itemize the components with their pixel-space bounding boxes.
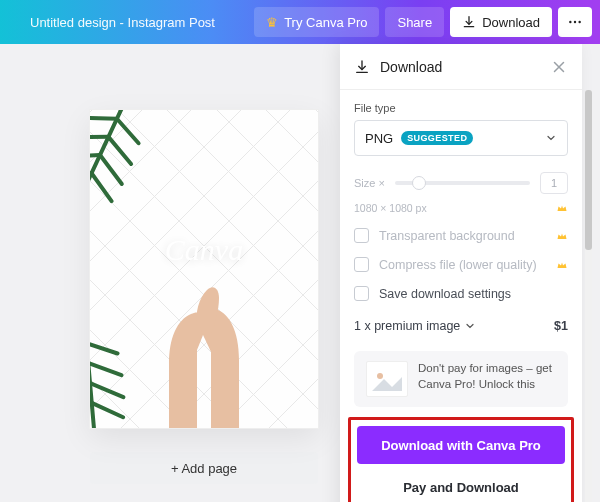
add-page-button[interactable]: + Add page [90,452,318,484]
output-dimensions: 1080 × 1080 px [354,202,427,214]
svg-line-16 [90,360,121,378]
checkbox[interactable] [354,286,369,301]
download-icon [462,15,476,29]
design-title[interactable]: Untitled design - Instagram Post [8,15,248,30]
svg-line-18 [90,380,123,400]
svg-point-0 [569,21,571,23]
size-label: Size × [354,177,385,189]
canva-watermark-script: Canva [165,233,243,267]
share-button[interactable]: Share [385,7,444,37]
download-panel: Download File type PNG SUGGESTED Size × … [340,44,594,502]
transparent-bg-label: Transparent background [379,229,515,243]
pay-and-download-button[interactable]: Pay and Download [357,474,565,500]
download-label: Download [482,15,540,30]
slider-knob[interactable] [412,176,426,190]
crown-icon [556,230,568,242]
chevron-down-icon [545,132,557,144]
premium-price: $1 [554,319,568,333]
download-with-canva-pro-button[interactable]: Download with Canva Pro [357,426,565,464]
download-icon [354,59,370,75]
crown-icon [556,259,568,271]
preview-thumbnail [366,361,408,397]
panel-header: Download [340,44,582,90]
file-type-value: PNG [365,131,393,146]
ellipsis-icon [567,14,583,30]
file-type-label: File type [354,102,568,114]
svg-line-14 [90,341,118,357]
thumbnail-graphic [372,367,402,391]
premium-count: 1 x premium image [354,319,460,333]
size-row: Size × 1 [354,172,568,194]
suggested-badge: SUGGESTED [401,131,473,145]
share-label: Share [397,15,432,30]
svg-line-3 [90,110,123,205]
compress-file-label: Compress file (lower quality) [379,258,537,272]
size-slider[interactable] [395,176,530,190]
transparent-bg-option[interactable]: Transparent background [354,228,568,243]
top-header: Untitled design - Instagram Post ♛ Try C… [0,0,600,44]
crown-icon [556,202,568,214]
chevron-down-icon [464,320,476,332]
editor-stage: Canva + Add page Download File type PNG … [0,44,600,502]
pro-upsell-text: Don't pay for images – get Canva Pro! Un… [418,361,556,397]
checkbox[interactable] [354,257,369,272]
more-options-button[interactable] [558,7,592,37]
page-column: Canva + Add page [90,110,320,502]
save-settings-option[interactable]: Save download settings [354,286,568,301]
design-canvas[interactable]: Canva [90,110,318,428]
svg-point-2 [578,21,580,23]
compress-file-option[interactable]: Compress file (lower quality) [354,257,568,272]
cta-highlight-box: Download with Canva Pro Pay and Download [348,417,574,502]
svg-line-20 [92,400,123,420]
try-canva-pro-label: Try Canva Pro [284,15,367,30]
try-canva-pro-button[interactable]: ♛ Try Canva Pro [254,7,379,37]
premium-summary[interactable]: 1 x premium image $1 [354,319,568,333]
file-type-select[interactable]: PNG SUGGESTED [354,120,568,156]
save-settings-label: Save download settings [379,287,511,301]
scrollbar-thumb[interactable] [585,90,592,250]
hands-graphic [139,268,269,428]
svg-point-1 [574,21,576,23]
crown-icon: ♛ [266,15,278,30]
size-value-box[interactable]: 1 [540,172,568,194]
download-button[interactable]: Download [450,7,552,37]
svg-point-22 [377,373,383,379]
panel-scrollbar[interactable] [585,90,592,502]
panel-title: Download [380,59,540,75]
pro-upsell-card: Don't pay for images – get Canva Pro! Un… [354,351,568,407]
checkbox[interactable] [354,228,369,243]
close-icon[interactable] [550,58,568,76]
